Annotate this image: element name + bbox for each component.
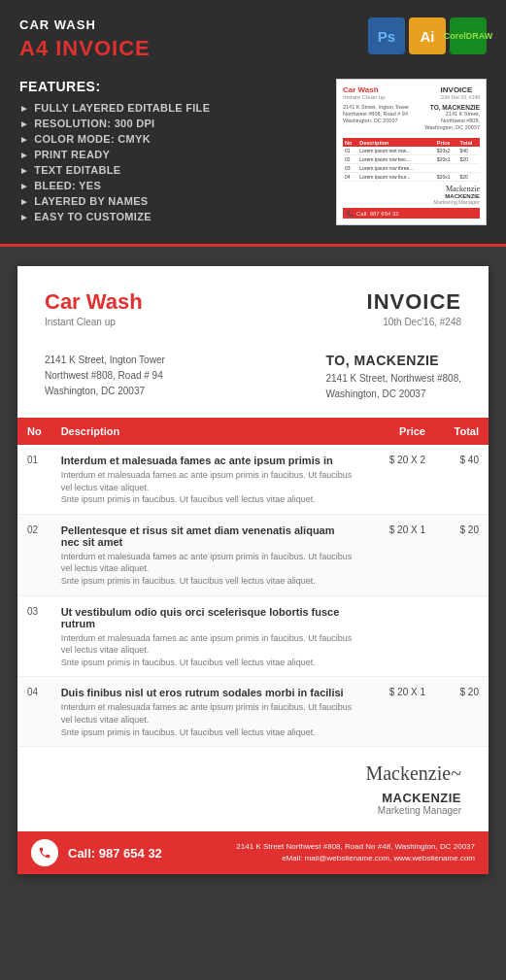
preview-td-total: $20	[458, 155, 481, 164]
footer-email: eMail: mail@websitename.com, www.website…	[172, 853, 475, 864]
table-row: 02 Pellentesque et risus sit amet diam v…	[17, 514, 489, 595]
row-no: 01	[17, 445, 51, 514]
software-badges: Ps Ai CorelDRAW	[368, 17, 487, 54]
arrow-icon: ►	[19, 134, 29, 145]
preview-td-no: 01	[343, 147, 357, 155]
feature-4: ► PRINT READY	[19, 149, 210, 160]
footer-address: 2141 K Street Northwest #808, Road No #4…	[172, 841, 475, 853]
feature-3: ► COLOR MODE: CMYK	[19, 133, 210, 145]
preview-sig-role: Marketing Manager	[343, 199, 480, 205]
invoice-date: 10th Dec'16, #248	[367, 317, 461, 327]
arrow-icon: ►	[19, 118, 29, 129]
preview-call-text: Call: 987 654 32	[356, 211, 399, 217]
preview-table: No Description Price Total 01 Lorem ipsu…	[343, 138, 480, 182]
to-addr-line1: 2141 K Street, Northwest #808,	[325, 373, 461, 384]
desc-sub: Interdum et malesuada fames ac ante ipsu…	[61, 632, 355, 669]
row-description: Pellentesque et risus sit amet diam vene…	[51, 514, 365, 595]
table-row: 04 Duis finibus nisl ut eros rutrum soda…	[17, 677, 489, 747]
preview-td-desc: Lorem ipsum row four...	[357, 173, 435, 182]
illustrator-badge: Ai	[409, 17, 446, 54]
preview-td-total: $20	[458, 173, 481, 182]
top-header: CAR WASH A4 INVOICE Ps Ai CorelDRAW	[0, 0, 506, 79]
preview-company: Car Wash	[343, 85, 386, 94]
phone-icon	[31, 839, 58, 866]
preview-to-block: TO, MACKENZIE 2141 K Street,Northwest #8…	[424, 104, 480, 134]
preview-td-desc: Lorem ipsum text row...	[357, 147, 435, 155]
desc-main: Interdum et malesuada fames ac ante ipsu…	[61, 455, 355, 466]
th-no: No	[17, 418, 51, 445]
desc-main: Ut vestibulum odio quis orci scelerisque…	[61, 606, 355, 629]
preview-row: 03 Lorem ipsum row three...	[343, 164, 480, 173]
feature-8: ► EASY TO CUSTOMIZE	[19, 211, 210, 222]
footer-contact-info: 2141 K Street Northwest #808, Road No #4…	[172, 841, 475, 864]
preview-td-price: $20x1	[435, 173, 458, 182]
to-addr-line2: Washington, DC 20037	[325, 389, 425, 399]
arrow-icon: ►	[19, 103, 29, 114]
features-heading: FEATURES:	[19, 79, 210, 94]
arrow-icon: ►	[19, 212, 29, 222]
row-no: 03	[17, 595, 51, 677]
desc-sub: Interdum et malesuada fames ac ante ipsu…	[61, 551, 355, 588]
invoice-header: Car Wash Instant Clean up INVOICE 10th D…	[17, 266, 489, 343]
row-description: Ut vestibulum odio quis orci scelerisque…	[51, 595, 365, 677]
preview-invoice-label: INVOICE	[441, 85, 480, 94]
preview-td-price: $20x2	[435, 147, 458, 155]
feature-label: PRINT READY	[34, 149, 110, 160]
feature-label: FULLY LAYERED EDITABLE FILE	[34, 102, 210, 114]
feature-7: ► LAYERED BY NAMES	[19, 195, 210, 207]
invoice-document: Car Wash Instant Clean up INVOICE 10th D…	[17, 266, 489, 874]
desc-sub: Interdum et malesuada fames ac ante ipsu…	[61, 701, 355, 738]
th-price: Price	[365, 418, 435, 445]
table-row: 03 Ut vestibulum odio quis orci sceleris…	[17, 595, 489, 677]
preview-td-no: 03	[343, 164, 357, 173]
company-name: Car Wash	[45, 289, 143, 315]
invoice-footer-bar: Call: 987 654 32 2141 K Street Northwest…	[17, 831, 489, 874]
signature-name: MACKENZIE	[45, 791, 461, 805]
preview-row: 02 Lorem ipsum row two... $20x1 $20	[343, 155, 480, 164]
arrow-icon: ►	[19, 165, 29, 176]
preview-row: 01 Lorem ipsum text row... $20x2 $40	[343, 147, 480, 155]
preview-td-total: $40	[458, 147, 481, 155]
feature-label: RESOLUTION: 300 DPI	[34, 118, 154, 129]
row-no: 02	[17, 514, 51, 595]
preview-th-total: Total	[458, 138, 481, 147]
coreldraw-badge: CorelDRAW	[450, 17, 487, 54]
preview-td-desc: Lorem ipsum row three...	[357, 164, 435, 173]
table-header-row: No Description Price Total	[17, 418, 489, 445]
footer-call-text: Call: 987 654 32	[68, 846, 162, 861]
preview-td-price: $20x1	[435, 155, 458, 164]
th-description: Description	[51, 418, 365, 445]
from-addr-line1: 2141 K Street, Ington Tower	[45, 355, 165, 365]
company-block: Car Wash Instant Clean up	[45, 289, 143, 327]
from-address: 2141 K Street, Ington Tower Northwest #8…	[45, 353, 165, 399]
feature-label: TEXT EDITABLE	[34, 164, 120, 176]
preview-signature: Mackenzie MACKENZIE Marketing Manager	[343, 185, 480, 205]
preview-th-price: Price	[435, 138, 458, 147]
row-price	[365, 595, 435, 677]
feature-label: COLOR MODE: CMYK	[34, 133, 151, 145]
preview-invoice-num: 10th Dec'16, #248	[441, 94, 480, 100]
car-wash-label: CAR WASH	[19, 17, 151, 32]
row-price: $ 20 X 1	[365, 677, 435, 747]
signature-area: 𝓜𝓪𝓬𝓴𝓮𝓷𝔃𝓲𝓮 Mackenzie~ MACKENZIE Marketing…	[17, 747, 489, 831]
row-total: $ 20	[435, 677, 489, 747]
invoice-table: No Description Price Total 01 Interdum e…	[17, 418, 489, 747]
from-addr-line3: Washington, DC 20037	[45, 386, 145, 396]
feature-6: ► BLEED: YES	[19, 180, 210, 191]
preview-th-desc: Description	[357, 138, 435, 147]
photoshop-badge: Ps	[368, 17, 405, 54]
to-block: TO, MACKENZIE 2141 K Street, Northwest #…	[325, 353, 461, 402]
preview-to-label: TO, MACKENZIE	[424, 104, 480, 111]
from-addr-line2: Northwest #808, Road # 94	[45, 370, 163, 381]
desc-sub: Interdum et malesuada fames ac ante ipsu…	[61, 469, 355, 506]
header-left: CAR WASH A4 INVOICE	[19, 17, 151, 61]
feature-1: ► FULLY LAYERED EDITABLE FILE	[19, 102, 210, 114]
table-row: 01 Interdum et malesuada fames ac ante i…	[17, 445, 489, 514]
arrow-icon: ►	[19, 181, 29, 191]
preview-to-addr: 2141 K Street,Northwest #808,Washington,…	[424, 111, 480, 131]
feature-label: EASY TO CUSTOMIZE	[34, 211, 152, 222]
row-total	[435, 595, 489, 677]
desc-main: Duis finibus nisl ut eros rutrum sodales…	[61, 687, 355, 698]
feature-label: BLEED: YES	[34, 180, 101, 191]
th-total: Total	[435, 418, 489, 445]
